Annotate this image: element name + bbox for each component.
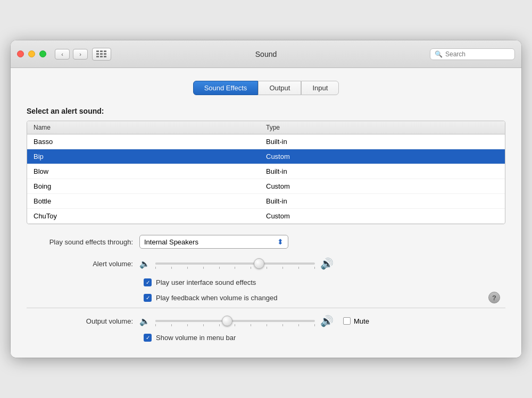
search-input[interactable]: [445, 50, 510, 58]
row-name: ChuToy: [34, 212, 266, 220]
ui-sound-row: ✓ Play user interface sound effects: [144, 278, 500, 286]
row-type: Custom: [266, 212, 498, 220]
feedback-checkbox[interactable]: ✓: [144, 294, 152, 302]
grid-dot: [100, 53, 103, 55]
close-button[interactable]: [17, 50, 24, 57]
mute-container: Mute: [343, 317, 369, 325]
mute-checkbox[interactable]: [343, 317, 351, 325]
controls-section: Play sound effects through: Internal Spe…: [27, 235, 505, 303]
show-volume-checkbox-row: ✓ Show volume in menu bar: [144, 334, 500, 342]
back-button[interactable]: ‹: [55, 49, 70, 60]
play-through-value: Internal Speakers: [144, 238, 198, 246]
output-volume-low-icon: 🔈: [139, 316, 150, 326]
grid-dot: [96, 56, 99, 57]
row-name: Boing: [34, 182, 266, 190]
play-through-dropdown[interactable]: Internal Speakers ⬍: [139, 235, 288, 249]
alert-volume-label: Alert volume:: [32, 260, 133, 268]
play-through-label: Play sound effects through:: [32, 238, 133, 246]
row-type: Built-in: [266, 138, 498, 146]
minimize-button[interactable]: [28, 50, 35, 57]
table-row[interactable]: Bip Custom: [27, 149, 505, 164]
mute-label: Mute: [354, 317, 369, 325]
row-name: Basso: [34, 138, 266, 146]
row-type: Custom: [266, 182, 498, 190]
play-through-row: Play sound effects through: Internal Spe…: [32, 235, 500, 249]
help-button[interactable]: ?: [488, 292, 500, 303]
sound-table: Name Type Basso Built-in Bip Custom Blow…: [27, 121, 505, 224]
search-box[interactable]: 🔍: [430, 48, 515, 60]
row-name: Bip: [34, 153, 266, 160]
checkboxes-group: ✓ Play user interface sound effects ✓ Pl…: [144, 278, 500, 303]
nav-buttons: ‹ ›: [55, 49, 88, 60]
table-row[interactable]: Basso Built-in: [27, 134, 505, 149]
traffic-lights: [17, 50, 46, 57]
alert-volume-slider-container: 🔈 🔊: [139, 257, 500, 270]
divider: [27, 308, 505, 308]
grid-dot: [104, 50, 106, 52]
row-type: Built-in: [266, 197, 498, 205]
output-volume-slider-container: 🔈 🔊 Mute: [139, 315, 500, 327]
content-area: Sound Effects Output Input Select an ale…: [11, 68, 521, 358]
tab-output[interactable]: Output: [258, 81, 301, 95]
main-window: ‹ › Sound 🔍 Sound Effects Output Input: [11, 40, 521, 358]
feedback-label: Play feedback when volume is changed: [156, 294, 277, 302]
grid-dot: [100, 56, 103, 57]
dropdown-arrows-icon: ⬍: [277, 238, 284, 246]
output-volume-label: Output volume:: [32, 317, 133, 325]
row-name: Bottle: [34, 197, 266, 205]
feedback-row: ✓ Play feedback when volume is changed ?: [144, 292, 500, 303]
alert-volume-row: Alert volume: 🔈 🔊: [32, 257, 500, 270]
table-row[interactable]: Boing Custom: [27, 179, 505, 194]
table-header: Name Type: [27, 121, 505, 134]
table-row[interactable]: Blow Built-in: [27, 164, 505, 179]
alert-sound-label: Select an alert sound:: [27, 107, 505, 115]
row-type: Built-in: [266, 167, 498, 175]
grid-dot: [96, 50, 99, 52]
output-volume-high-icon: 🔊: [320, 315, 334, 327]
window-title: Sound: [255, 50, 277, 58]
search-icon: 🔍: [435, 50, 443, 58]
show-volume-checkbox[interactable]: ✓: [144, 334, 152, 342]
tabs-container: Sound Effects Output Input: [27, 81, 505, 95]
table-row[interactable]: Bottle Built-in: [27, 194, 505, 209]
ui-sound-label: Play user interface sound effects: [156, 278, 256, 286]
show-volume-label: Show volume in menu bar: [156, 334, 236, 342]
forward-button[interactable]: ›: [73, 49, 88, 60]
col-header-type: Type: [266, 124, 498, 131]
grid-dot: [104, 56, 106, 57]
volume-low-icon: 🔈: [139, 259, 150, 269]
grid-dot: [96, 53, 99, 55]
alert-volume-track[interactable]: [155, 262, 315, 265]
table-row[interactable]: ChuToy Custom: [27, 209, 505, 224]
ui-sound-checkbox-row: ✓ Play user interface sound effects: [144, 278, 256, 286]
row-type: Custom: [266, 153, 498, 160]
ui-sound-checkbox[interactable]: ✓: [144, 278, 152, 286]
output-section: Output volume: 🔈 🔊: [27, 315, 505, 342]
table-body: Basso Built-in Bip Custom Blow Built-in …: [27, 134, 505, 224]
output-volume-track[interactable]: [155, 320, 315, 322]
maximize-button[interactable]: [39, 50, 46, 57]
col-header-name: Name: [34, 124, 266, 131]
row-name: Blow: [34, 167, 266, 175]
tab-sound-effects[interactable]: Sound Effects: [193, 81, 259, 95]
titlebar: ‹ › Sound 🔍: [11, 40, 521, 68]
feedback-checkbox-row: ✓ Play feedback when volume is changed: [144, 294, 277, 302]
show-volume-row: ✓ Show volume in menu bar: [144, 334, 500, 342]
output-volume-row: Output volume: 🔈 🔊: [32, 315, 500, 327]
grid-dot: [100, 50, 103, 52]
app-grid-button[interactable]: [92, 48, 111, 61]
tab-input[interactable]: Input: [301, 81, 339, 95]
volume-high-icon: 🔊: [320, 257, 334, 270]
grid-dot: [104, 53, 106, 55]
